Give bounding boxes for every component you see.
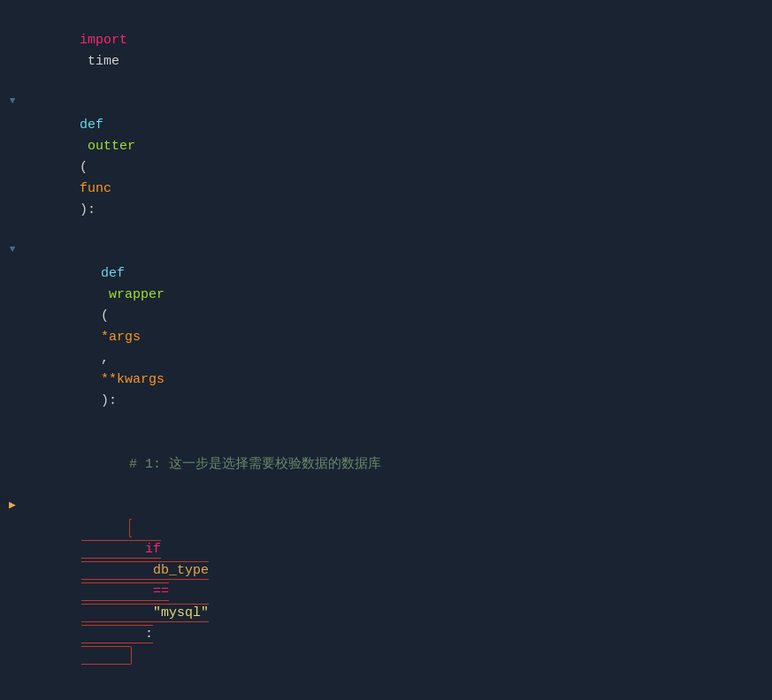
code-line-6: print ( '我是mysql数据验证' ) [0,688,772,700]
code-line-3: ▼ def wrapper ( *args , **kwargs ): [0,242,772,433]
keyword-if-1: if [145,542,161,557]
code-line-4: # 1: 这一步是选择需要校验数据的数据库 [0,433,772,497]
line-content-3: def wrapper ( *args , **kwargs ): [25,242,772,433]
fn-outter: outter [80,139,135,154]
line-content-6: print ( '我是mysql数据验证' ) [25,688,772,700]
code-editor: import time ▼ def outter ( func ): ▼ def… [0,0,772,700]
line-content-4: # 1: 这一步是选择需要校验数据的数据库 [25,433,772,497]
highlight-if-mysql: if db_type == "mysql" : [81,519,209,665]
param-kwargs: **kwargs [101,372,164,387]
punct-6: : [145,627,153,642]
punct-1: ( [80,160,88,175]
line-content-1: import time [25,9,772,94]
var-db-type-1: db_type [145,563,209,578]
punct-5: ): [101,393,117,408]
var-time: time [80,54,119,69]
punct-2: ): [80,202,96,217]
op-eq-1: == [145,584,169,599]
keyword-def-1: def [80,118,103,133]
str-mysql: "mysql" [145,605,209,620]
fn-wrapper: wrapper [101,287,164,302]
gutter-3: ▼ [0,242,25,258]
keyword-def-2: def [101,266,125,281]
arrow-5: ▶ [9,497,16,515]
punct-4: , [101,351,117,366]
keyword-import: import [80,33,127,48]
line-content-5: if db_type == "mysql" : [25,497,772,688]
fold-icon-3: ▼ [10,242,16,258]
param-args: *args [101,330,141,345]
code-line-2: ▼ def outter ( func ): [0,94,772,242]
line-content-2: def outter ( func ): [25,94,772,242]
code-line-5: ▶ if db_type == "mysql" : [0,497,772,688]
gutter-2: ▼ [0,94,25,110]
comment-1: # 1: 这一步是选择需要校验数据的数据库 [129,457,381,472]
gutter-5: ▶ [0,497,25,515]
param-func: func [80,181,111,196]
code-line-1: import time [0,9,772,94]
fold-icon-2: ▼ [10,94,16,110]
punct-3: ( [101,308,109,323]
